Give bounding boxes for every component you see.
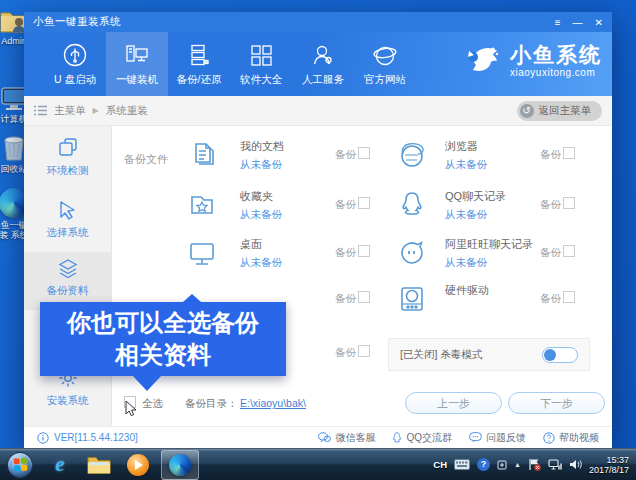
start-button[interactable] — [7, 452, 33, 478]
item-status[interactable]: 从未备份 — [445, 158, 487, 172]
sidebar-item-label: 环境检测 — [47, 164, 89, 178]
network-icon[interactable] — [548, 459, 562, 471]
person-icon — [310, 42, 336, 68]
sidebar-steps: 环境检测 选择系统 备份资料 安装系统 — [24, 126, 112, 426]
tab-label: 官方网站 — [364, 73, 406, 87]
action-center-flag-icon[interactable] — [528, 458, 541, 471]
backup-label: 备份 — [540, 246, 561, 260]
feedback-link[interactable]: 问题反馈 — [469, 431, 526, 445]
tab-usb-boot[interactable]: U 盘启动 — [44, 32, 106, 96]
breadcrumb-root[interactable]: 主菜单 — [54, 104, 86, 118]
item-status[interactable]: 从未备份 — [240, 208, 282, 222]
antivirus-toggle[interactable] — [542, 347, 578, 363]
top-nav: U 盘启动 一键装机 备份/还原 软件大全 人工服务 官方网站 — [24, 32, 612, 96]
backup-checkbox[interactable] — [358, 345, 370, 357]
backup-checkbox[interactable] — [563, 245, 575, 257]
backup-item-wangwang-history: 阿里旺旺聊天记录 从未备份 备份 — [395, 236, 581, 276]
browser-icon — [395, 138, 429, 172]
volume-icon[interactable] — [569, 459, 582, 470]
prev-step-button[interactable]: 上一步 — [405, 392, 502, 414]
language-indicator[interactable]: CH — [433, 459, 447, 470]
taskbar: e CH ? ▲ 15:37 2017/8/17 — [0, 448, 636, 480]
link-label: 微信客服 — [335, 431, 375, 445]
status-bar: VER[11.5.44.1230] 微信客服 QQ交流群 问题反馈 帮助视频 — [24, 426, 612, 448]
tray-help-icon[interactable]: ? — [477, 458, 490, 471]
antivirus-mode-row: [已关闭] 杀毒模式 — [388, 338, 590, 371]
taskbar-wmp-icon[interactable] — [126, 453, 150, 477]
backup-item-qq-history: QQ聊天记录 从未备份 备份 — [395, 188, 581, 228]
clock[interactable]: 15:37 2017/8/17 — [589, 455, 629, 475]
version-text: VER[11.5.44.1230] — [54, 432, 138, 443]
brand-domain: xiaoyuxitong.com — [510, 68, 602, 78]
item-name: 阿里旺旺聊天记录 — [445, 237, 533, 252]
backup-checkbox[interactable] — [358, 197, 370, 209]
qq-group-link[interactable]: QQ交流群 — [392, 431, 452, 445]
minimize-icon[interactable]: — — [573, 17, 583, 28]
fish-icon — [459, 41, 503, 81]
item-name: 收藏夹 — [240, 189, 273, 204]
brand-name: 小鱼系统 — [510, 44, 602, 65]
close-icon[interactable]: ✕ — [595, 17, 603, 28]
sidebar-item-label: 选择系统 — [47, 226, 89, 240]
item-status[interactable]: 从未备份 — [240, 256, 282, 270]
toggle-knob — [544, 349, 556, 361]
tab-label: 一键装机 — [116, 73, 158, 87]
sidebar-item-env-check[interactable]: 环境检测 — [24, 132, 111, 190]
taskbar-active-app-button[interactable] — [161, 450, 199, 480]
item-status[interactable]: 从未备份 — [445, 208, 487, 222]
pc-icon — [124, 42, 150, 68]
backup-checkbox[interactable] — [563, 291, 575, 303]
list-icon — [34, 105, 47, 116]
link-label: QQ交流群 — [406, 431, 452, 445]
backup-checkbox[interactable] — [358, 147, 370, 159]
window-title: 小鱼一键重装系统 — [33, 15, 555, 29]
brand-logo: 小鱼系统 xiaoyuxitong.com — [459, 41, 602, 81]
backup-dir-link[interactable]: E:\xiaoyu\bak\ — [240, 397, 306, 409]
item-status[interactable]: 从未备份 — [445, 256, 487, 270]
item-name: 硬件驱动 — [445, 283, 489, 298]
server-icon — [186, 42, 212, 68]
tab-label: 人工服务 — [302, 73, 344, 87]
documents-icon — [185, 138, 219, 172]
backup-checkbox[interactable] — [563, 147, 575, 159]
tab-software[interactable]: 软件大全 — [230, 32, 292, 96]
tooltip-line1: 你也可以全选备份 — [40, 307, 286, 339]
wechat-service-link[interactable]: 微信客服 — [318, 431, 375, 445]
backup-dir-label: 备份目录： — [185, 397, 238, 411]
tab-service[interactable]: 人工服务 — [292, 32, 354, 96]
mouse-cursor — [125, 400, 138, 417]
sidebar-item-select-system[interactable]: 选择系统 — [24, 194, 111, 252]
info-icon — [37, 432, 49, 444]
keyboard-icon[interactable] — [454, 459, 470, 470]
desktop-icon-label: Admin — [1, 36, 27, 46]
help-video-link[interactable]: 帮助视频 — [543, 431, 599, 445]
return-icon: ↺ — [520, 104, 534, 118]
tray-expand-icon[interactable]: ▲ — [514, 461, 521, 468]
sidebar-item-label: 备份资料 — [47, 284, 89, 298]
item-status[interactable]: 从未备份 — [240, 158, 282, 172]
taskbar-explorer-icon[interactable] — [87, 453, 111, 477]
title-bar: 小鱼一键重装系统 ≡ — ✕ — [24, 12, 612, 32]
breadcrumb-separator-icon: ▶ — [93, 106, 99, 115]
menu-icon[interactable]: ≡ — [555, 17, 561, 28]
backup-checkbox[interactable] — [358, 245, 370, 257]
next-step-button[interactable]: 下一步 — [508, 392, 605, 414]
taskbar-ie-icon[interactable]: e — [48, 453, 72, 477]
tab-one-click-install[interactable]: 一键装机 — [106, 32, 168, 96]
tab-label: 软件大全 — [240, 73, 282, 87]
link-label: 问题反馈 — [486, 431, 526, 445]
backup-checkbox[interactable] — [358, 291, 370, 303]
globe-icon — [372, 42, 398, 68]
backup-checkbox[interactable] — [563, 197, 575, 209]
backup-item-drivers: 硬件驱动 备份 — [395, 282, 581, 322]
wechat-icon — [318, 432, 331, 443]
tab-label: 备份/还原 — [177, 73, 222, 87]
back-to-menu-button[interactable]: ↺ 返回主菜单 — [517, 101, 603, 121]
tray-gadget-icon[interactable] — [497, 460, 507, 470]
tab-website[interactable]: 官方网站 — [354, 32, 416, 96]
select-all-tooltip: 你也可以全选备份 相关资料 — [40, 302, 286, 376]
breadcrumb-current: 系统重装 — [106, 104, 148, 118]
tab-backup-restore[interactable]: 备份/还原 — [168, 32, 230, 96]
cursor-icon — [57, 199, 79, 221]
clock-time: 15:37 — [589, 455, 629, 465]
